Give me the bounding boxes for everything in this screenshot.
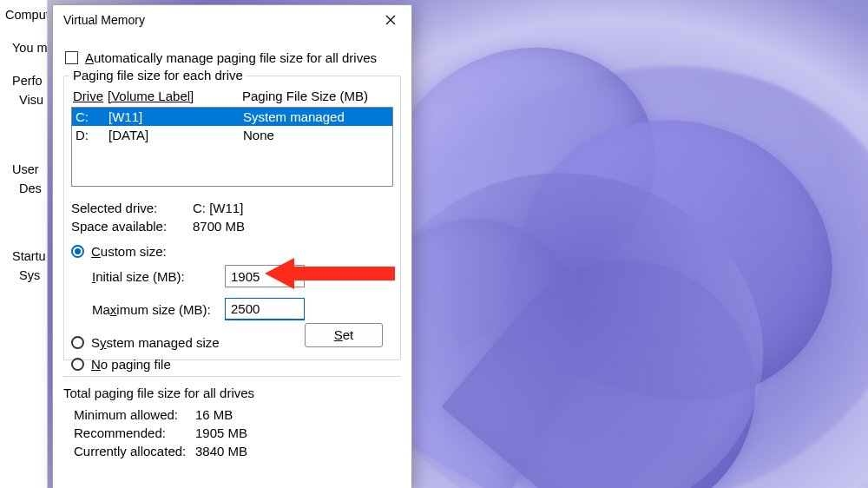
header-drive: Drive	[73, 89, 108, 103]
set-button[interactable]: Set	[305, 323, 383, 347]
space-available-value: 8700 MB	[193, 219, 245, 234]
initial-size-input[interactable]	[225, 265, 305, 287]
maximum-size-input[interactable]	[225, 298, 305, 320]
initial-size-label: Initial size (MB):	[92, 269, 218, 284]
header-volume: [Volume Label]	[108, 89, 242, 103]
close-button[interactable]	[377, 8, 404, 32]
drive-list[interactable]: C: [W11] System managed D: [DATA] None	[71, 107, 393, 187]
dialog-title: Virtual Memory	[63, 13, 377, 27]
auto-manage-checkbox[interactable]	[65, 51, 78, 64]
divider	[63, 376, 401, 377]
selected-drive-label: Selected drive:	[71, 201, 193, 215]
auto-manage-label: Automatically manage paging file size fo…	[85, 50, 377, 65]
group-legend: Paging file size for each drive	[69, 68, 247, 82]
drive-row[interactable]: C: [W11] System managed	[72, 108, 392, 126]
close-icon	[385, 15, 396, 25]
paging-file-group: Paging file size for each drive Drive [V…	[63, 76, 401, 360]
recommended-value: 1905 MB	[195, 425, 247, 440]
system-managed-radio[interactable]	[71, 336, 84, 349]
totals-heading: Total paging file size for all drives	[63, 386, 401, 400]
no-paging-label: No paging file	[91, 357, 171, 372]
header-size: Paging File Size (MB)	[242, 89, 381, 103]
currently-allocated-label: Currently allocated:	[74, 444, 195, 458]
min-allowed-value: 16 MB	[195, 407, 233, 422]
title-bar: Virtual Memory	[53, 5, 411, 35]
drive-list-headers: Drive [Volume Label] Paging File Size (M…	[71, 87, 393, 105]
maximum-size-label: Maximum size (MB):	[92, 302, 218, 317]
drive-row[interactable]: D: [DATA] None	[72, 126, 392, 144]
background-window: Compute You m Perfo Visu User Des Startu…	[0, 0, 48, 488]
currently-allocated-value: 3840 MB	[195, 444, 247, 458]
system-managed-label: System managed size	[91, 335, 220, 350]
space-available-label: Space available:	[71, 219, 193, 234]
no-paging-radio[interactable]	[71, 358, 84, 371]
recommended-label: Recommended:	[74, 425, 195, 440]
selected-drive-value: C: [W11]	[193, 201, 243, 215]
custom-size-label: Custom size:	[91, 244, 167, 259]
custom-size-radio[interactable]	[71, 245, 84, 258]
min-allowed-label: Minimum allowed:	[74, 407, 195, 422]
virtual-memory-dialog: Virtual Memory Automatically manage pagi…	[52, 4, 412, 488]
